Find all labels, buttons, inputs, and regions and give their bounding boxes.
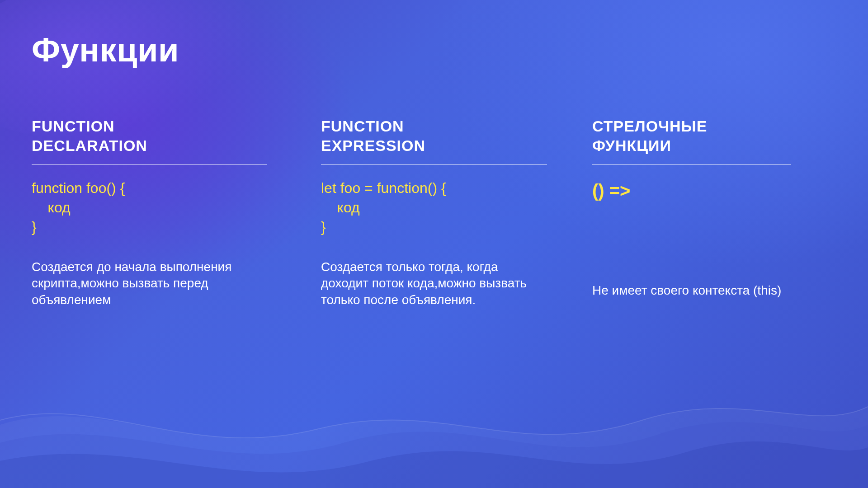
background-waves — [0, 316, 868, 488]
column-description: Создается до начала выполнения скрипта,м… — [32, 259, 267, 308]
column-description: Не имеет своего контекста (this) — [592, 282, 791, 299]
column-divider — [32, 164, 267, 165]
column-function-declaration: FUNCTION DECLARATION function foo() { ко… — [32, 117, 267, 308]
column-heading: FUNCTION EXPRESSION — [321, 117, 547, 164]
column-heading: FUNCTION DECLARATION — [32, 117, 267, 164]
code-snippet: () => — [592, 178, 791, 237]
column-arrow-functions: СТРЕЛОЧНЫЕ ФУНКЦИИ () => Не имеет своего… — [592, 117, 791, 308]
column-heading: СТРЕЛОЧНЫЕ ФУНКЦИИ — [592, 117, 791, 164]
column-divider — [321, 164, 547, 165]
columns-container: FUNCTION DECLARATION function foo() { ко… — [32, 117, 868, 308]
column-function-expression: FUNCTION EXPRESSION let foo = function()… — [321, 117, 547, 308]
column-description: Создается только тогда, когда доходит по… — [321, 259, 547, 308]
code-snippet: let foo = function() { код } — [321, 178, 547, 237]
slide-title: Функции — [32, 31, 179, 69]
code-snippet: function foo() { код } — [32, 178, 267, 237]
column-divider — [592, 164, 791, 165]
